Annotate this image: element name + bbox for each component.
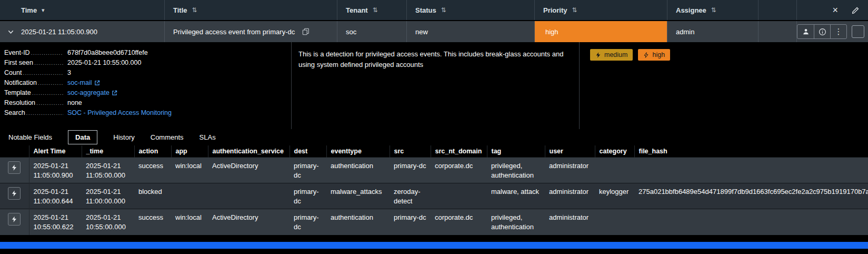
- detail-field-search: Search SOC - Privileged Access Monitorin…: [4, 109, 286, 119]
- column-header-title[interactable]: Title ⇅: [164, 0, 337, 20]
- col-authentication-service: authentication_service: [208, 145, 290, 158]
- cell-app: win:local: [171, 158, 208, 183]
- table-row[interactable]: 2025-01-21 11:00:00.644 2025-01-21 11:00…: [0, 183, 868, 209]
- info-icon[interactable]: [814, 25, 830, 38]
- cell-alert-time: 2025-01-21 11:05:00.900: [29, 158, 82, 183]
- cell-category: [595, 158, 634, 183]
- col-tag: tag: [487, 145, 545, 158]
- cell-time: 2025-01-21 11:05:00.000: [82, 158, 134, 183]
- tab-notable-fields[interactable]: Notable Fields: [8, 131, 52, 144]
- field-label: Resolution: [4, 99, 35, 106]
- column-header-tenant[interactable]: Tenant ⇅: [337, 0, 406, 20]
- column-label-assignee: Assignee: [676, 6, 706, 14]
- cell-authentication-service: ActiveDirectory: [208, 209, 290, 235]
- cell-eventtype: malware_attacks: [326, 183, 390, 209]
- column-label-priority: Priority: [543, 6, 567, 14]
- incident-priority: high: [545, 28, 558, 36]
- column-header-status[interactable]: Status ⇅: [406, 0, 534, 20]
- bottom-spacer: [0, 249, 868, 254]
- external-link-icon: [94, 80, 100, 86]
- search-link[interactable]: SOC - Privileged Access Monitoring: [67, 109, 172, 116]
- field-value: 2025-01-21 10:55:00.000: [64, 59, 141, 66]
- field-value: 678f7d0a8beee0d6710ffefe: [64, 49, 148, 56]
- chevron-down-icon[interactable]: [7, 28, 14, 35]
- dot-leader: [32, 90, 63, 96]
- detail-field-event-id: Event-ID 678f7d0a8beee0d6710ffefe: [4, 49, 286, 59]
- field-label: Search: [4, 109, 25, 116]
- event-action-bolt-icon[interactable]: [8, 161, 21, 174]
- cell-alert-time: 2025-01-21 10:55:00.622: [29, 209, 82, 235]
- cell-action: blocked: [134, 183, 171, 209]
- tab-data[interactable]: Data: [68, 130, 97, 144]
- dot-leader: [31, 50, 63, 56]
- column-label-title: Title: [173, 6, 187, 14]
- incident-spacer-cell: [758, 21, 796, 42]
- spacer: [0, 235, 868, 242]
- assignee-user-icon[interactable]: [797, 25, 814, 38]
- cell-category: [595, 209, 634, 235]
- cell-eventtype: authentication: [326, 158, 390, 183]
- field-label: Count: [4, 69, 22, 76]
- severity-badge-high[interactable]: high: [638, 49, 670, 61]
- cell-user: administrator: [545, 158, 595, 183]
- cell-category: keylogger: [595, 183, 634, 209]
- dot-leader: [34, 60, 63, 66]
- cell-src: primary-dc: [390, 158, 431, 183]
- header-actions: ×: [796, 0, 868, 20]
- cell-time: 2025-01-21 10:55:00.000: [82, 209, 134, 235]
- tab-comments[interactable]: Comments: [151, 131, 184, 144]
- sort-icon: ⇅: [572, 6, 577, 14]
- col-app: app: [171, 145, 208, 158]
- detail-fields: Event-ID 678f7d0a8beee0d6710ffefe First …: [0, 42, 291, 129]
- cell-time: 2025-01-21 11:00:00.000: [82, 183, 134, 209]
- col-src-nt-domain: src_nt_domain: [431, 145, 487, 158]
- col-src: src: [390, 145, 431, 158]
- tab-history[interactable]: History: [113, 131, 134, 144]
- kebab-menu-icon[interactable]: ⋮: [830, 25, 846, 38]
- copy-icon[interactable]: [302, 28, 310, 35]
- table-row[interactable]: 2025-01-21 10:55:00.622 2025-01-21 10:55…: [0, 209, 868, 235]
- field-label: First seen: [4, 59, 33, 66]
- dot-leader: [36, 100, 63, 106]
- column-header-priority[interactable]: Priority ⇅: [534, 0, 667, 20]
- cell-alert-time: 2025-01-21 11:00:00.644: [29, 183, 82, 209]
- cell-file-hash: 275a021bbfb6489e54d471899f7db9d1663fc695…: [634, 183, 868, 209]
- detail-field-template: Template soc-aggregate: [4, 89, 286, 99]
- list-header: Time ▾ Title ⇅ Tenant ⇅ Status ⇅ Priorit…: [0, 0, 868, 20]
- incident-assignee-cell: admin: [667, 21, 758, 42]
- cell-src: zeroday-detect: [390, 183, 431, 209]
- cell-src-nt-domain: corporate.dc: [431, 158, 487, 183]
- dot-leader: [23, 70, 63, 76]
- event-icon-cell: [0, 183, 29, 209]
- detail-field-resolution: Resolution none: [4, 99, 286, 109]
- cell-authentication-service: [208, 183, 290, 209]
- event-action-bolt-icon[interactable]: [8, 187, 21, 200]
- tab-slas[interactable]: SLAs: [199, 131, 216, 144]
- dot-leader: [38, 80, 63, 86]
- sort-icon: ⇅: [373, 6, 378, 14]
- detail-field-count: Count 3: [4, 69, 286, 79]
- table-row[interactable]: 2025-01-21 11:05:00.900 2025-01-21 11:05…: [0, 158, 868, 183]
- column-header-assignee[interactable]: Assignee ⇅: [667, 0, 758, 20]
- column-header-time[interactable]: Time ▾: [0, 0, 164, 20]
- incident-tenant-cell: soc: [337, 21, 406, 42]
- column-label-time: Time: [21, 6, 37, 14]
- severity-badge-medium[interactable]: medium: [590, 49, 633, 61]
- close-icon[interactable]: ×: [832, 5, 838, 15]
- field-label: Notification: [4, 79, 37, 86]
- notification-link[interactable]: soc-mail: [67, 79, 100, 86]
- event-action-bolt-icon[interactable]: [8, 213, 21, 226]
- col-file-hash: file_hash: [634, 145, 868, 158]
- edit-pencil-icon[interactable]: [852, 6, 860, 14]
- template-link[interactable]: soc-aggregate: [67, 89, 117, 96]
- incident-title: Privileged access event from primary-dc: [173, 28, 295, 36]
- incident-assignee: admin: [676, 28, 694, 36]
- row-select-checkbox[interactable]: [852, 25, 864, 38]
- incident-row[interactable]: 2025-01-21 11:05:00.900 Privileged acces…: [0, 21, 868, 42]
- external-link-icon: [112, 90, 117, 96]
- field-label: Event-ID: [4, 49, 30, 56]
- dot-leader: [26, 110, 63, 116]
- cell-user: administrator: [545, 183, 595, 209]
- incident-priority-cell: high: [534, 21, 667, 42]
- alerts-table: Alert Time _time action app authenticati…: [0, 145, 868, 235]
